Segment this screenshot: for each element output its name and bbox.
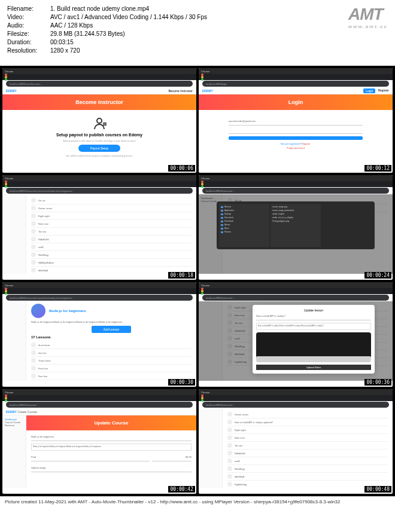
submit-button[interactable] bbox=[229, 136, 363, 140]
update-lesson-modal: Update lesson How to build API in nodejs… bbox=[253, 305, 375, 374]
browser-tabs bbox=[2, 74, 196, 80]
footer-text: Picture created 11-May-2021 with AMT - A… bbox=[0, 496, 395, 507]
metadata-header: AMT www.amt.cc Filename:1. Build react n… bbox=[0, 0, 395, 66]
list-item[interactable]: two two bbox=[31, 349, 192, 357]
timestamp: 00:00:42 bbox=[168, 486, 195, 493]
list-item[interactable]: three three bbox=[31, 341, 192, 349]
browser-tabs bbox=[2, 181, 196, 187]
url-bar: localhost:3000/user/become-... bbox=[6, 81, 193, 87]
list-item[interactable]: Seven seven bbox=[31, 204, 192, 212]
list-item[interactable]: Ten ten bbox=[31, 228, 192, 236]
email-input[interactable]: ryanshresder@gmail.com bbox=[229, 120, 363, 126]
thumbnail-1: Chrome localhost:3000/user/become-... ED… bbox=[2, 68, 196, 173]
upload-video-button[interactable]: Upload Video bbox=[256, 365, 371, 370]
password-input[interactable] bbox=[229, 128, 363, 134]
list-item[interactable]: Eight eight bbox=[227, 426, 388, 434]
browser-tabs bbox=[199, 288, 393, 294]
label-audio: Audio: bbox=[7, 22, 50, 30]
list-item[interactable]: Ten ten bbox=[227, 442, 388, 450]
list-item[interactable]: Ndkdksfld bbox=[227, 450, 388, 457]
thumbnail-8: Chrome localhost:3000/instructor/... Sev… bbox=[199, 389, 393, 494]
macos-menubar: Chrome bbox=[199, 282, 393, 288]
url-bar: localhost:3000/instructor/course/view/no… bbox=[6, 295, 193, 301]
list-item[interactable]: Six six bbox=[31, 197, 192, 204]
list-item[interactable]: dfkdfhbdf bbox=[31, 267, 192, 274]
list-item[interactable]: dfkdfhbdf bbox=[227, 473, 388, 481]
browser-tabs bbox=[2, 395, 196, 401]
file-dialog-backdrop: RecentsApplicationsDesktopDocumentsDownl… bbox=[199, 194, 393, 274]
label-video: Video: bbox=[7, 13, 50, 22]
label-resolution: Resolution: bbox=[7, 47, 50, 55]
hero-banner: Become Instructor bbox=[2, 94, 196, 110]
browser-tabs bbox=[199, 395, 393, 401]
list-item[interactable]: Eight eight bbox=[31, 212, 192, 220]
thumbnail-7: Chrome localhost:3000/instructor/... EDE… bbox=[2, 389, 196, 494]
hero-banner: Login bbox=[199, 94, 393, 110]
course-name-input[interactable]: Node js for beginners bbox=[31, 435, 192, 441]
thumbnail-4: Chrome localhost:3000/instructor/... Das… bbox=[199, 175, 393, 280]
user-icon bbox=[92, 116, 107, 130]
thumbnail-5: Chrome localhost:3000/instructor/course/… bbox=[2, 282, 196, 387]
macos-menubar: Chrome bbox=[199, 68, 393, 74]
video-preview[interactable] bbox=[256, 332, 371, 362]
sidebar: DashboardCourse CreateRevenue bbox=[2, 415, 26, 488]
list-item[interactable]: Nkmflkqg bbox=[31, 251, 192, 259]
timestamp: 00:00:06 bbox=[168, 165, 195, 172]
paid-select[interactable]: Paid bbox=[31, 455, 150, 461]
payout-button[interactable]: Payout Setup bbox=[78, 145, 120, 152]
app-navbar: EDEMYLoginRegister bbox=[199, 87, 393, 94]
list-item[interactable]: mdfll bbox=[227, 457, 388, 465]
login-btn[interactable]: Login bbox=[363, 88, 375, 93]
folder-item[interactable]: Pictures bbox=[220, 230, 268, 234]
redirect-note: You will be redirected to stripe to comp… bbox=[14, 154, 184, 157]
timestamp: 00:00:12 bbox=[364, 165, 391, 172]
list-item[interactable]: Four four bbox=[31, 365, 192, 372]
timestamp: 00:00:24 bbox=[364, 272, 391, 279]
amt-logo: AMT www.amt.cc bbox=[348, 5, 388, 29]
file-picker[interactable]: RecentsApplicationsDesktopDocumentsDownl… bbox=[217, 201, 375, 249]
price-select[interactable]: $9.99 bbox=[152, 455, 192, 461]
upload-image-button[interactable]: Upload image bbox=[31, 466, 192, 472]
thumbnail-grid: Chrome localhost:3000/user/become-... ED… bbox=[0, 66, 395, 496]
add-lesson-button[interactable]: Add Lesson bbox=[92, 326, 131, 333]
macos-menubar: Chrome bbox=[2, 175, 196, 181]
register-link[interactable]: Not yet registered? Register bbox=[229, 142, 363, 145]
list-item[interactable]: Ndkdksfld bbox=[31, 236, 192, 243]
list-item[interactable]: Nine nine bbox=[227, 434, 388, 442]
payout-title: Setup payout to publish courses on Edemy bbox=[14, 133, 184, 137]
list-item[interactable]: How to build API in nodejs updated? bbox=[227, 418, 388, 426]
list-item[interactable]: Five five bbox=[31, 372, 192, 380]
lesson-desc-input[interactable]: How to build API in nodejs?How to build … bbox=[256, 323, 371, 330]
list-item[interactable]: Six six bbox=[31, 380, 192, 381]
course-avatar bbox=[31, 304, 45, 318]
timestamp: 00:00:18 bbox=[168, 272, 195, 279]
browser-tabs bbox=[199, 181, 393, 187]
forgot-link[interactable]: Forgot password bbox=[229, 146, 363, 149]
metadata-table: Filename:1. Build react node udemy clone… bbox=[7, 5, 388, 55]
list-item[interactable]: Nine nine bbox=[31, 220, 192, 228]
list-item[interactable]: Fgbbhhhbg bbox=[227, 481, 388, 488]
list-item[interactable]: Seven seven bbox=[227, 411, 388, 418]
url-bar: localhost:3000/login bbox=[202, 81, 389, 87]
browser-tabs bbox=[199, 74, 393, 80]
value-filesize: 29.8 MB (31.244.573 Bytes) bbox=[50, 30, 125, 38]
app-navbar: EDEMY Create Course bbox=[2, 408, 196, 415]
sidebar bbox=[2, 194, 26, 274]
lesson-title-input[interactable]: How to build API in nodejs? bbox=[256, 314, 371, 320]
list-item[interactable]: Nkmflkqg bbox=[227, 465, 388, 473]
thumbnail-6: Chrome localhost:3000/instructor/... Eig… bbox=[199, 282, 393, 387]
list-item[interactable]: Three three bbox=[31, 357, 192, 365]
value-resolution: 1280 x 720 bbox=[50, 47, 80, 55]
course-desc-input[interactable]: Node js for beginnersNode js for beginne… bbox=[31, 444, 192, 451]
payout-sub: Edemy partners with stripe to transfer e… bbox=[14, 139, 184, 142]
label-filename: Filename: bbox=[7, 5, 50, 13]
timestamp: 00:00:36 bbox=[364, 379, 391, 386]
value-audio: AAC / 128 Kbps bbox=[50, 22, 93, 30]
macos-menubar: Chrome bbox=[199, 389, 393, 395]
file-item[interactable]: Testing polygons.png bbox=[272, 219, 320, 223]
sidebar bbox=[199, 408, 223, 488]
list-item[interactable]: Nfkfbkjdfbdksn bbox=[31, 259, 192, 267]
list-item[interactable]: mdfll bbox=[31, 243, 192, 251]
url-bar: localhost:3000/instructor/... bbox=[6, 402, 193, 408]
url-bar: localhost:3000/instructor/... bbox=[202, 295, 389, 301]
